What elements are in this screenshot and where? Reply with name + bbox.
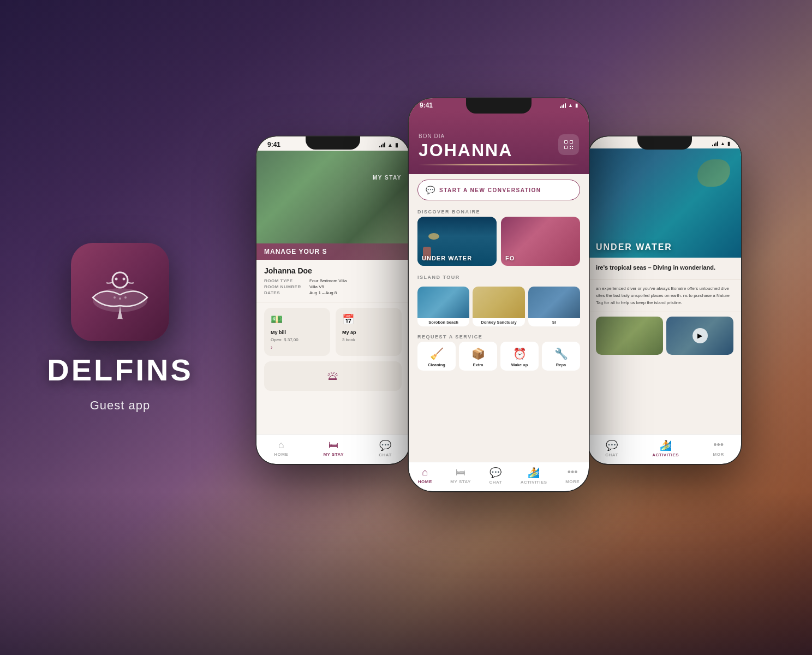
repair-service[interactable]: 🔧 Repa bbox=[542, 342, 580, 371]
phone-left-status-icons: ▲ ▮ bbox=[379, 142, 398, 148]
branding-section: DELFINS Guest app bbox=[44, 243, 196, 413]
nav-my-stay-center[interactable]: 🛏 MY STAY bbox=[450, 467, 471, 485]
nav-chat-right-label: CHAT bbox=[605, 452, 618, 457]
nav-chat-center-label: CHAT bbox=[489, 480, 502, 485]
bill-status: Open: $ 37,00 bbox=[271, 337, 324, 342]
room-type-row: ROOM TYPE Four Bedroom Villa bbox=[264, 278, 402, 283]
chat-button-icon: 💬 bbox=[426, 186, 435, 194]
app-icon bbox=[71, 243, 169, 341]
under-water-card[interactable]: UNDER WATER bbox=[417, 217, 497, 266]
jeep-card[interactable] bbox=[596, 317, 663, 355]
chat-icon-right: 💬 bbox=[606, 439, 618, 451]
wakeup-service[interactable]: ⏰ Wake up bbox=[500, 342, 539, 371]
more-icon-right: ••• bbox=[713, 439, 724, 451]
svg-rect-13 bbox=[570, 146, 571, 147]
discover-section-label: DISCOVER BONAIRE bbox=[409, 206, 589, 217]
nav-chat[interactable]: 💬 CHAT bbox=[379, 439, 392, 457]
activity-text-section: ire's tropical seas – Diving in wonderla… bbox=[588, 258, 741, 280]
dates-row: DATES Aug 1 – Aug 8 bbox=[264, 290, 402, 295]
nav-home[interactable]: ⌂ HOME bbox=[274, 439, 288, 457]
my-stay-header-image: MY STAY MANAGE YOUR S bbox=[256, 151, 409, 260]
svg-point-5 bbox=[124, 296, 127, 299]
sorobon-image bbox=[417, 287, 469, 318]
nav-more-right[interactable]: ••• MOR bbox=[713, 439, 724, 457]
play-button[interactable]: ▶ bbox=[692, 328, 708, 343]
svg-rect-10 bbox=[570, 141, 572, 143]
appointments-count: 3 book bbox=[342, 337, 395, 342]
nav-my-stay-label: MY STAY bbox=[323, 452, 344, 457]
play-overlay: ▶ bbox=[666, 317, 733, 355]
phone-center-screen: 9:41 ▲ ▮ BON DIA JOH bbox=[409, 98, 589, 491]
bon-dia-text: BON DIA bbox=[419, 133, 579, 139]
donkey-card[interactable]: Donkey Sanctuary bbox=[473, 287, 524, 326]
nav-chat-center[interactable]: 💬 CHAT bbox=[489, 467, 502, 485]
battery-icon: ▮ bbox=[395, 142, 398, 148]
phone-right-bottom-nav: 💬 CHAT 🏄 ACTIVITIES ••• MOR bbox=[588, 434, 741, 464]
nav-more-center[interactable]: ••• MORE bbox=[565, 467, 580, 485]
nav-my-stay[interactable]: 🛏 MY STAY bbox=[323, 439, 344, 457]
phone-center-status-icons: ▲ ▮ bbox=[560, 103, 578, 108]
service-card[interactable]: 🛎 bbox=[264, 361, 402, 391]
fish-decoration bbox=[428, 233, 439, 240]
appointments-title: My ap bbox=[342, 330, 395, 335]
svg-rect-14 bbox=[572, 146, 573, 147]
under-water-label: UNDER WATER bbox=[422, 255, 472, 261]
extra-icon: 📦 bbox=[471, 347, 485, 360]
nav-chat-right[interactable]: 💬 CHAT bbox=[605, 439, 618, 457]
nav-activities-center-label: ACTIVITIES bbox=[521, 480, 547, 485]
activity-title: ire's tropical seas – Diving in wonderla… bbox=[596, 264, 733, 271]
chat-icon-center: 💬 bbox=[489, 467, 501, 479]
phone-left-notch bbox=[306, 136, 360, 150]
phone-center: 9:41 ▲ ▮ BON DIA JOH bbox=[409, 98, 589, 491]
slava-card[interactable]: Sl bbox=[528, 287, 580, 326]
phone-left-bottom-nav: ⌂ HOME 🛏 MY STAY 💬 CHAT bbox=[256, 434, 409, 464]
extra-service[interactable]: 📦 Extra bbox=[459, 342, 497, 371]
cleaning-label: Cleaning bbox=[428, 362, 445, 367]
slava-image bbox=[528, 287, 580, 318]
appointments-card[interactable]: 📅 My ap 3 book bbox=[336, 308, 402, 356]
activity-header-bg: UNDER WATER bbox=[588, 148, 741, 258]
svg-rect-12 bbox=[565, 146, 567, 148]
wakeup-label: Wake up bbox=[511, 362, 528, 367]
island-tour-section: ▶ bbox=[588, 312, 741, 359]
brand-name: DELFINS bbox=[47, 352, 193, 388]
nav-activities-center[interactable]: 🏄 ACTIVITIES bbox=[521, 467, 547, 485]
manage-banner: MANAGE YOUR S bbox=[256, 243, 409, 260]
services-grid: 🧹 Cleaning 📦 Extra ⏰ Wake up 🔧 Repa bbox=[409, 342, 589, 371]
my-bill-card[interactable]: 💵 My bill Open: $ 37,00 › bbox=[264, 308, 330, 356]
nav-activities-right[interactable]: 🏄 ACTIVITIES bbox=[652, 439, 679, 457]
svg-point-4 bbox=[114, 296, 116, 299]
phone-center-notch bbox=[466, 98, 532, 114]
wave-decoration bbox=[419, 164, 579, 165]
island-tour-label: ISLAND TOUR bbox=[409, 271, 589, 282]
food-card[interactable]: FO bbox=[501, 217, 580, 266]
cleaning-service[interactable]: 🧹 Cleaning bbox=[417, 342, 456, 371]
battery-icon-right: ▮ bbox=[727, 141, 730, 146]
bill-title: My bill bbox=[271, 330, 324, 335]
repair-icon: 🔧 bbox=[554, 347, 568, 360]
start-conversation-button[interactable]: 💬 START A NEW CONVERSATION bbox=[417, 180, 580, 200]
phone-right: ▲ ▮ UNDER WATER ire's tropical seas – Di… bbox=[588, 136, 741, 464]
chat-button-label: START A NEW CONVERSATION bbox=[439, 187, 541, 193]
sorobon-label: Sorobon beach bbox=[417, 318, 469, 326]
qr-button[interactable] bbox=[558, 134, 579, 155]
activities-icon-center: 🏄 bbox=[528, 467, 540, 479]
nav-chat-label: CHAT bbox=[379, 452, 392, 457]
request-service-label: REQUEST A SERVICE bbox=[409, 331, 589, 342]
phone-right-status-icons: ▲ ▮ bbox=[712, 141, 730, 146]
sorobon-card[interactable]: Sorobon beach bbox=[417, 287, 469, 326]
dive-card[interactable]: ▶ bbox=[666, 317, 733, 355]
wifi-icon-right: ▲ bbox=[720, 141, 725, 146]
nav-home-center[interactable]: ⌂ HOME bbox=[418, 467, 432, 485]
nav-activities-right-label: ACTIVITIES bbox=[652, 452, 679, 457]
svg-point-1 bbox=[112, 272, 128, 288]
room-number-row: ROOM NUMBER Villa V9 bbox=[264, 284, 402, 289]
chat-icon: 💬 bbox=[379, 439, 391, 451]
dive-image: ▶ bbox=[666, 317, 733, 355]
phones-container: 9:41 ▲ ▮ MY STAY bbox=[229, 82, 768, 573]
donkey-image bbox=[473, 287, 524, 318]
johanna-name: JOHANNA bbox=[419, 140, 579, 160]
qr-icon bbox=[564, 140, 574, 150]
phone-left-screen: 9:41 ▲ ▮ MY STAY bbox=[256, 136, 409, 464]
phone-right-screen: ▲ ▮ UNDER WATER ire's tropical seas – Di… bbox=[588, 136, 741, 464]
